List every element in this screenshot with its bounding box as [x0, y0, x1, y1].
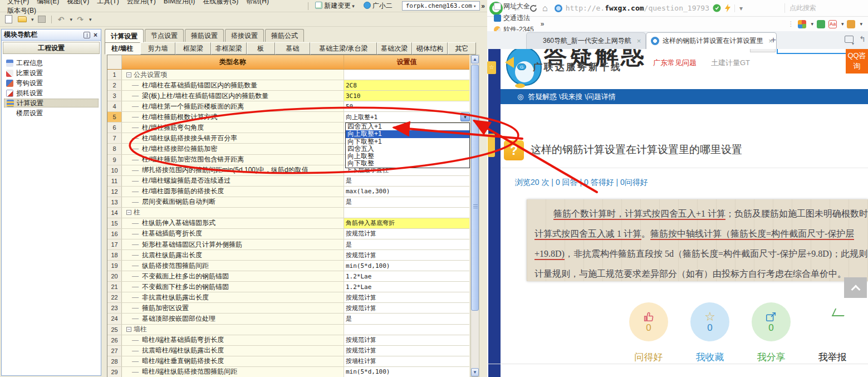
action-circle[interactable]: ☆ 0	[752, 302, 791, 341]
type-name-cell[interactable]: − — 暗柱/端柱纵筋搭接范围箍筋间距	[122, 367, 344, 377]
type-name-cell[interactable]: − — 暗柱/端柱基础插筋弯折长度	[122, 335, 344, 345]
nav-item[interactable]: 工程信息	[4, 58, 99, 67]
settings-tab[interactable]: 节点设置	[145, 29, 184, 42]
menu-item[interactable]: BIM应用(I)	[160, 0, 199, 6]
table-row[interactable]: 2 − — 柱/墙柱在基础插筋锚固区内的箍筋数量 2C8	[107, 80, 469, 91]
chevron-down-icon[interactable]: ▾	[70, 17, 73, 22]
setting-value-cell[interactable]	[344, 325, 469, 335]
scroll-up-button[interactable]: ▲	[471, 55, 479, 63]
redo-button[interactable]: ↷	[74, 14, 86, 25]
mail-icon[interactable]	[847, 20, 855, 28]
type-name-cell[interactable]: − — 基础顶部按嵌固部位处理	[122, 314, 344, 324]
project-settings-header[interactable]: 工程设置	[3, 42, 100, 54]
chevron-down-icon[interactable]: ▾	[811, 21, 813, 27]
type-name-cell[interactable]: − — 公共设置项	[122, 70, 344, 80]
type-name-cell[interactable]: − — 不变截面下柱多出的钢筋锚固	[122, 282, 344, 292]
floating-button[interactable]: QQ咨询	[846, 49, 868, 74]
table-row[interactable]: 11 − — 柱/墙柱螺旋箍筋是否连续通过 是	[107, 176, 469, 187]
type-name-cell[interactable]: − — 矩形柱基础锚固区只计算外侧箍筋	[122, 239, 344, 249]
apps-grid-icon[interactable]	[798, 20, 806, 28]
settings-tab[interactable]: 搭接设置	[225, 29, 264, 42]
type-name-cell[interactable]: − — 柱/墙柱箍筋弯勾角度	[122, 123, 344, 133]
setting-value-cell[interactable]: min(5*d,100)	[344, 261, 469, 271]
dropdown-option[interactable]: 向上取整	[346, 153, 469, 160]
type-name-cell[interactable]: − — 柱/墙柱箍筋加密范围包含错开距离	[122, 155, 344, 165]
sidebar-star-handle[interactable]: ☆	[487, 61, 496, 74]
type-name-cell[interactable]: − — 不变截面上柱多出的钢筋锚固	[122, 271, 344, 281]
settings-tab[interactable]: 箍筋设置	[185, 29, 224, 42]
dropdown-option[interactable]: 四舍五入	[346, 145, 469, 153]
top-link[interactable]: 土建计量GT	[711, 58, 750, 68]
table-row[interactable]: 12 − — 柱/墙柱圆形箍筋的搭接长度 max(lae,300)	[107, 187, 469, 197]
action-button[interactable]: ☆ 0 我分享	[752, 302, 791, 364]
site-search-button[interactable]	[750, 49, 776, 52]
setting-value-cell[interactable]: 按规范计算	[344, 292, 469, 302]
setting-value-cell[interactable]: 是	[344, 176, 469, 186]
setting-value-cell[interactable]: min(5*d,100)	[344, 367, 469, 377]
type-name-cell[interactable]: − — 柱/墙柱圆形箍筋的搭接长度	[122, 187, 344, 197]
translate-icon[interactable]: Aa	[828, 20, 837, 28]
new-file-button[interactable]	[2, 14, 14, 25]
setting-value-cell[interactable]: max(lae,300)	[344, 187, 469, 197]
table-row[interactable]: 14 − — 柱	[107, 208, 469, 218]
menu-item[interactable]: 工具(T)	[93, 0, 122, 6]
table-row[interactable]: 29 − — 暗柱/端柱纵筋搭接范围箍筋间距 min(5*d,100)	[107, 367, 469, 377]
table-row[interactable]: 5 − — 柱/墙柱箍筋根数计算方式 向上取整+1	[107, 112, 469, 123]
undo-button[interactable]: ↶	[55, 14, 67, 25]
setting-value-cell[interactable]: 1.2*Lae	[344, 271, 469, 281]
component-tab[interactable]: 砌体结构	[412, 42, 448, 55]
table-row[interactable]: 1 − — 公共设置项	[107, 70, 469, 80]
component-tab[interactable]: 剪力墙	[140, 42, 176, 55]
pin-icon[interactable]	[84, 32, 90, 38]
table-row[interactable]: 4 − — 柱/墙柱第一个箍筋距楼板面的距离 50	[107, 101, 469, 112]
menu-item[interactable]: 在线服务(S)	[199, 0, 242, 6]
setting-value-cell[interactable]: 1.2*Lae	[344, 282, 469, 292]
table-row[interactable]: 21 − — 不变截面下柱多出的钢筋锚固 1.2*Lae	[107, 282, 469, 292]
component-tab[interactable]: 基础	[275, 42, 311, 55]
type-name-cell[interactable]: − — 梁(板)上柱/墙柱在插筋锚固区内的箍筋数量	[122, 91, 344, 101]
menu-item[interactable]: 编辑(E)	[33, 0, 63, 6]
component-tab[interactable]: 其它	[448, 42, 476, 55]
setting-value-cell[interactable]	[344, 70, 469, 80]
speed-lightning-icon[interactable]	[724, 4, 731, 12]
table-row[interactable]: 23 − — 箍筋加密区设置 按规范计算	[107, 303, 469, 314]
type-name-cell[interactable]: − — 层间变截面钢筋自动判断	[122, 197, 344, 207]
save-button[interactable]	[36, 14, 48, 25]
table-row[interactable]: 13 − — 层间变截面钢筋自动判断 是	[107, 197, 469, 208]
action-button[interactable]: ☆ 0 我收藏	[690, 302, 729, 364]
chevron-down-icon[interactable]: ▾	[89, 17, 92, 22]
nav-item[interactable]: 计算设置	[4, 99, 99, 107]
bookmark-item[interactable]: 网址大全	[491, 1, 537, 12]
component-tab[interactable]: 非框架梁	[211, 42, 247, 55]
type-name-cell[interactable]: − — 绑扎搭接范围内的箍筋间距min(5d,100)中，纵筋d的取值	[122, 165, 344, 175]
action-circle[interactable]: ☆ 0	[690, 302, 729, 341]
chevron-down-icon[interactable]: ▾	[31, 17, 34, 22]
setting-value-cell[interactable]: 角筋伸入基底弯折	[344, 218, 469, 228]
scroll-down-button[interactable]: ▼	[471, 368, 479, 376]
type-name-cell[interactable]: − — 柱/墙柱搭接部位箍筋加密	[122, 144, 344, 154]
top-link[interactable]: 广东常见问题	[653, 58, 697, 68]
reading-list-icon[interactable]	[817, 20, 825, 28]
type-name-cell[interactable]: − — 柱/墙柱螺旋箍筋是否连续通过	[122, 176, 344, 186]
type-name-cell[interactable]: − — 柱/墙柱箍筋根数计算方式	[122, 112, 344, 122]
table-scrollbar[interactable]: ▲ ▼	[470, 55, 479, 377]
table-row[interactable]: 18 − — 抗震柱纵筋露出长度 按规范计算	[107, 250, 469, 261]
close-icon[interactable]: ×	[637, 37, 641, 45]
setting-value-cell[interactable]: 按规范计算	[344, 229, 469, 239]
setting-value-cell[interactable]: 是	[344, 239, 469, 249]
action-button[interactable]: ☆ 0 问得好	[629, 302, 668, 364]
table-row[interactable]: 20 − — 不变截面上柱多出的钢筋锚固 1.2*Lae	[107, 271, 469, 282]
component-tab[interactable]: 基础次梁	[377, 42, 413, 55]
type-name-cell[interactable]: − — 暗柱/端柱垂直钢筋搭接长度	[122, 356, 344, 366]
address-bar[interactable]: http://e. fwxgx.com /question_19793 ▾	[552, 2, 784, 15]
dropdown-option[interactable]: 四舍五入+1	[346, 123, 469, 130]
collapse-minus-icon[interactable]: −	[126, 327, 131, 332]
scrollbar-thumb[interactable]	[471, 65, 479, 311]
component-tab[interactable]: 基础主梁/承台梁	[310, 42, 376, 55]
dropdown-toggle-button[interactable]: ▾	[460, 112, 470, 121]
table-row[interactable]: 25 − — 墙柱	[107, 325, 469, 335]
nav-item[interactable]: 比重设置	[4, 68, 99, 77]
table-row[interactable]: 24 − — 基础顶部按嵌固部位处理 是	[107, 314, 469, 324]
setting-value-cell[interactable]: 按规范计算	[344, 346, 469, 356]
dropdown-option[interactable]: 向下取整	[346, 160, 469, 167]
